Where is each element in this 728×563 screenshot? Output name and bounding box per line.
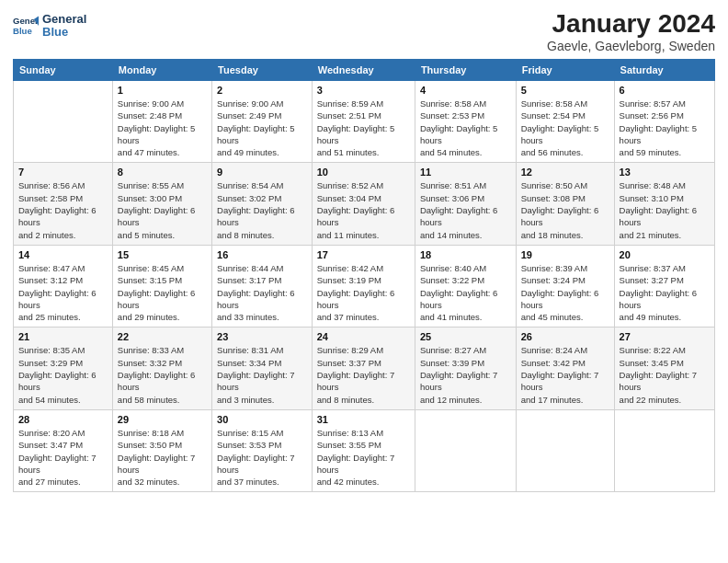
header-thursday: Thursday	[415, 60, 516, 81]
day-cell: 9Sunrise: 8:54 AMSunset: 3:02 PMDaylight…	[212, 163, 313, 245]
day-info: Sunrise: 8:58 AMSunset: 2:54 PMDaylight:…	[521, 98, 609, 158]
day-cell: 8Sunrise: 8:55 AMSunset: 3:00 PMDaylight…	[112, 163, 211, 245]
day-cell: 27Sunrise: 8:22 AMSunset: 3:45 PMDayligh…	[614, 327, 714, 409]
day-info: Sunrise: 8:54 AMSunset: 3:02 PMDaylight:…	[217, 179, 307, 240]
header-row: Sunday Monday Tuesday Wednesday Thursday…	[14, 60, 715, 81]
day-info: Sunrise: 8:27 AMSunset: 3:39 PMDaylight:…	[420, 344, 511, 405]
day-cell: 19Sunrise: 8:39 AMSunset: 3:24 PMDayligh…	[516, 245, 614, 327]
day-cell: 13Sunrise: 8:48 AMSunset: 3:10 PMDayligh…	[614, 163, 714, 245]
day-info: Sunrise: 8:58 AMSunset: 2:53 PMDaylight:…	[420, 98, 511, 158]
day-cell: 7Sunrise: 8:56 AMSunset: 2:58 PMDaylight…	[14, 163, 113, 245]
day-info: Sunrise: 9:00 AMSunset: 2:49 PMDaylight:…	[217, 98, 307, 158]
day-cell: 4Sunrise: 8:58 AMSunset: 2:53 PMDaylight…	[415, 81, 516, 163]
day-number: 31	[317, 414, 410, 425]
week-row-3: 14Sunrise: 8:47 AMSunset: 3:12 PMDayligh…	[14, 245, 715, 327]
day-info: Sunrise: 8:52 AMSunset: 3:04 PMDaylight:…	[317, 179, 410, 240]
header-sunday: Sunday	[14, 60, 113, 81]
day-cell: 10Sunrise: 8:52 AMSunset: 3:04 PMDayligh…	[312, 163, 415, 245]
calendar-table: Sunday Monday Tuesday Wednesday Thursday…	[13, 59, 715, 492]
day-cell: 3Sunrise: 8:59 AMSunset: 2:51 PMDaylight…	[312, 81, 415, 163]
day-info: Sunrise: 8:33 AMSunset: 3:32 PMDaylight:…	[118, 344, 207, 405]
day-info: Sunrise: 8:15 AMSunset: 3:53 PMDaylight:…	[217, 427, 307, 488]
calendar-container: General Blue General Blue January 2024 G…	[0, 0, 728, 563]
day-number: 19	[521, 249, 609, 260]
calendar-body: 1Sunrise: 9:00 AMSunset: 2:48 PMDaylight…	[14, 81, 715, 492]
day-number: 5	[521, 85, 609, 96]
day-info: Sunrise: 8:31 AMSunset: 3:34 PMDaylight:…	[217, 344, 307, 405]
day-info: Sunrise: 8:13 AMSunset: 3:55 PMDaylight:…	[317, 427, 410, 488]
main-title: January 2024	[547, 9, 715, 39]
day-number: 3	[317, 85, 410, 96]
day-cell: 23Sunrise: 8:31 AMSunset: 3:34 PMDayligh…	[212, 327, 313, 409]
subtitle: Gaevle, Gaevleborg, Sweden	[547, 39, 715, 53]
week-row-4: 21Sunrise: 8:35 AMSunset: 3:29 PMDayligh…	[14, 327, 715, 409]
day-info: Sunrise: 8:50 AMSunset: 3:08 PMDaylight:…	[521, 179, 609, 240]
day-number: 8	[118, 167, 207, 178]
header: General Blue General Blue January 2024 G…	[13, 9, 715, 53]
day-info: Sunrise: 8:42 AMSunset: 3:19 PMDaylight:…	[317, 262, 410, 323]
day-info: Sunrise: 8:22 AMSunset: 3:45 PMDaylight:…	[620, 344, 710, 405]
day-cell: 26Sunrise: 8:24 AMSunset: 3:42 PMDayligh…	[516, 327, 614, 409]
day-info: Sunrise: 8:47 AMSunset: 3:12 PMDaylight:…	[18, 262, 108, 323]
svg-text:Blue: Blue	[13, 26, 32, 36]
day-number: 18	[420, 249, 511, 260]
svg-text:General: General	[13, 17, 39, 27]
day-cell	[516, 409, 614, 491]
day-info: Sunrise: 8:57 AMSunset: 2:56 PMDaylight:…	[620, 98, 710, 158]
week-row-1: 1Sunrise: 9:00 AMSunset: 2:48 PMDaylight…	[14, 81, 715, 163]
day-info: Sunrise: 8:59 AMSunset: 2:51 PMDaylight:…	[317, 98, 410, 158]
day-cell: 30Sunrise: 8:15 AMSunset: 3:53 PMDayligh…	[212, 409, 313, 491]
day-number: 1	[118, 85, 207, 96]
day-info: Sunrise: 8:39 AMSunset: 3:24 PMDaylight:…	[521, 262, 609, 323]
day-number: 28	[18, 414, 108, 425]
day-info: Sunrise: 8:40 AMSunset: 3:22 PMDaylight:…	[420, 262, 511, 323]
week-row-5: 28Sunrise: 8:20 AMSunset: 3:47 PMDayligh…	[14, 409, 715, 491]
day-number: 23	[217, 331, 307, 342]
day-cell: 22Sunrise: 8:33 AMSunset: 3:32 PMDayligh…	[112, 327, 211, 409]
day-cell: 29Sunrise: 8:18 AMSunset: 3:50 PMDayligh…	[112, 409, 211, 491]
week-row-2: 7Sunrise: 8:56 AMSunset: 2:58 PMDaylight…	[14, 163, 715, 245]
day-info: Sunrise: 8:24 AMSunset: 3:42 PMDaylight:…	[521, 344, 609, 405]
day-cell: 25Sunrise: 8:27 AMSunset: 3:39 PMDayligh…	[415, 327, 516, 409]
logo-text-general: General	[42, 13, 86, 26]
day-cell: 11Sunrise: 8:51 AMSunset: 3:06 PMDayligh…	[415, 163, 516, 245]
day-number: 4	[420, 85, 511, 96]
title-area: January 2024 Gaevle, Gaevleborg, Sweden	[547, 9, 715, 53]
day-number: 17	[317, 249, 410, 260]
day-cell: 21Sunrise: 8:35 AMSunset: 3:29 PMDayligh…	[14, 327, 113, 409]
day-number: 13	[620, 167, 710, 178]
day-number: 29	[118, 414, 207, 425]
header-monday: Monday	[112, 60, 211, 81]
day-info: Sunrise: 8:45 AMSunset: 3:15 PMDaylight:…	[118, 262, 207, 323]
day-number: 12	[521, 167, 609, 178]
header-tuesday: Tuesday	[212, 60, 313, 81]
header-wednesday: Wednesday	[312, 60, 415, 81]
day-number: 7	[18, 167, 108, 178]
day-cell: 28Sunrise: 8:20 AMSunset: 3:47 PMDayligh…	[14, 409, 113, 491]
day-cell: 14Sunrise: 8:47 AMSunset: 3:12 PMDayligh…	[14, 245, 113, 327]
logo-icon: General Blue	[13, 13, 39, 39]
day-info: Sunrise: 8:56 AMSunset: 2:58 PMDaylight:…	[18, 179, 108, 240]
day-cell: 20Sunrise: 8:37 AMSunset: 3:27 PMDayligh…	[614, 245, 714, 327]
day-info: Sunrise: 8:18 AMSunset: 3:50 PMDaylight:…	[118, 427, 207, 488]
day-info: Sunrise: 8:51 AMSunset: 3:06 PMDaylight:…	[420, 179, 511, 240]
day-number: 14	[18, 249, 108, 260]
day-info: Sunrise: 8:37 AMSunset: 3:27 PMDaylight:…	[620, 262, 710, 323]
day-number: 10	[317, 167, 410, 178]
day-cell: 17Sunrise: 8:42 AMSunset: 3:19 PMDayligh…	[312, 245, 415, 327]
day-number: 9	[217, 167, 307, 178]
calendar-header: Sunday Monday Tuesday Wednesday Thursday…	[14, 60, 715, 81]
day-cell: 2Sunrise: 9:00 AMSunset: 2:49 PMDaylight…	[212, 81, 313, 163]
day-info: Sunrise: 8:44 AMSunset: 3:17 PMDaylight:…	[217, 262, 307, 323]
day-cell	[14, 81, 113, 163]
day-number: 21	[18, 331, 108, 342]
day-number: 16	[217, 249, 307, 260]
day-cell	[614, 409, 714, 491]
day-info: Sunrise: 8:20 AMSunset: 3:47 PMDaylight:…	[18, 427, 108, 488]
day-info: Sunrise: 8:55 AMSunset: 3:00 PMDaylight:…	[118, 179, 207, 240]
logo-text-blue: Blue	[42, 26, 86, 39]
day-cell: 1Sunrise: 9:00 AMSunset: 2:48 PMDaylight…	[112, 81, 211, 163]
day-cell: 12Sunrise: 8:50 AMSunset: 3:08 PMDayligh…	[516, 163, 614, 245]
day-cell: 18Sunrise: 8:40 AMSunset: 3:22 PMDayligh…	[415, 245, 516, 327]
day-cell: 15Sunrise: 8:45 AMSunset: 3:15 PMDayligh…	[112, 245, 211, 327]
